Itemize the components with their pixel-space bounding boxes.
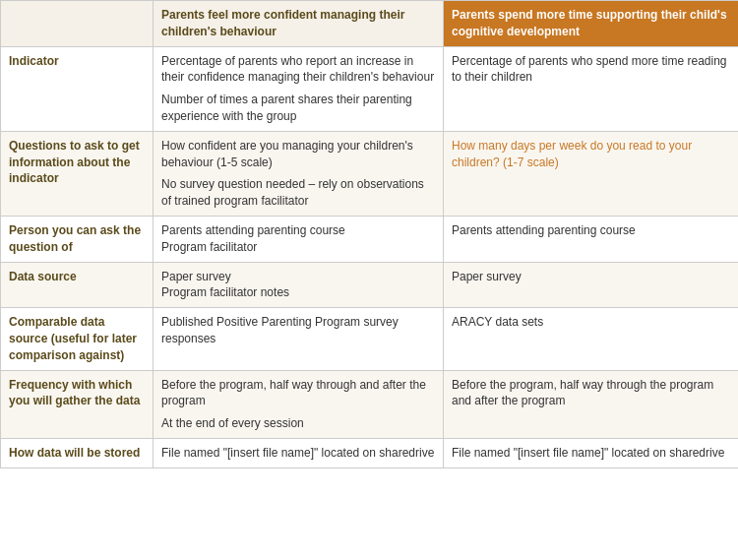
header-col2: Parents feel more confident managing the… [154,1,444,47]
datasource-row: Data source Paper survey Program facilit… [1,262,739,308]
questions-col2-line2: No survey question needed – rely on obse… [161,176,435,210]
person-col3-line1: Parents attending parenting course [452,222,730,239]
frequency-col3: Before the program, half way through the… [444,370,739,438]
indicator-col3: Percentage of parents who spend more tim… [444,46,739,131]
frequency-col3-line1: Before the program, half way through the… [452,377,730,410]
datasource-col2-line1: Paper survey [161,269,435,285]
person-row: Person you can ask the question of Paren… [1,216,739,262]
frequency-label: Frequency with which you will gather the… [1,370,154,438]
person-label: Person you can ask the question of [1,216,154,262]
person-col3: Parents attending parenting course [444,216,739,262]
questions-col3: How many days per week do you read to yo… [444,131,739,216]
datasource-col2-line2: Program facilitator notes [161,284,435,301]
frequency-col2: Before the program, half way through and… [154,370,444,438]
comparable-col3-line1: ARACY data sets [452,314,730,331]
person-col2-line1: Parents attending parenting course [161,222,435,239]
comparable-row: Comparable data source (useful for later… [1,308,739,370]
frequency-col2-line2: At the end of every session [161,415,435,432]
questions-col2: How confident are you managing your chil… [154,131,444,216]
storage-col2: File named "[insert file name]" located … [154,438,444,467]
storage-col2-line1: File named "[insert file name]" located … [161,445,435,462]
questions-label: Questions to ask to get information abou… [1,131,154,216]
frequency-row: Frequency with which you will gather the… [1,370,739,438]
indicator-col3-line1: Percentage of parents who spend more tim… [452,53,730,87]
header-col3-text: Parents spend more time supporting their… [452,8,727,38]
person-col2-line2: Program facilitator [161,239,435,256]
questions-col3-line1: How many days per week do you read to yo… [452,138,730,171]
datasource-col3-line1: Paper survey [452,269,730,285]
header-row: Parents feel more confident managing the… [1,1,739,47]
storage-col3-line1: File named "[insert file name]" located … [452,445,730,462]
header-col3: Parents spend more time supporting their… [444,1,739,47]
comparable-col2-line1: Published Positive Parenting Program sur… [161,314,435,347]
frequency-col2-line1: Before the program, half way through and… [161,377,435,410]
datasource-label: Data source [1,262,154,308]
storage-label: How data will be stored [1,438,154,467]
storage-col3: File named "[insert file name]" located … [444,438,739,467]
storage-row: How data will be stored File named "[ins… [1,438,739,467]
indicator-col2-line2: Number of times a parent shares their pa… [161,92,435,125]
main-table: Parents feel more confident managing the… [0,0,738,468]
indicator-col2-line1: Percentage of parents who report an incr… [161,53,435,87]
header-col2-text: Parents feel more confident managing the… [161,8,404,38]
indicator-label: Indicator [1,46,154,131]
questions-col2-line1: How confident are you managing your chil… [161,138,435,171]
comparable-col2: Published Positive Parenting Program sur… [154,308,444,370]
person-col2: Parents attending parenting course Progr… [154,216,444,262]
comparable-label: Comparable data source (useful for later… [1,308,154,370]
datasource-col2: Paper survey Program facilitator notes [154,262,444,308]
header-col1 [1,1,154,47]
indicator-col2: Percentage of parents who report an incr… [154,46,444,131]
questions-row: Questions to ask to get information abou… [1,131,739,216]
comparable-col3: ARACY data sets [444,308,739,370]
datasource-col3: Paper survey [444,262,739,308]
indicator-row: Indicator Percentage of parents who repo… [1,46,739,131]
